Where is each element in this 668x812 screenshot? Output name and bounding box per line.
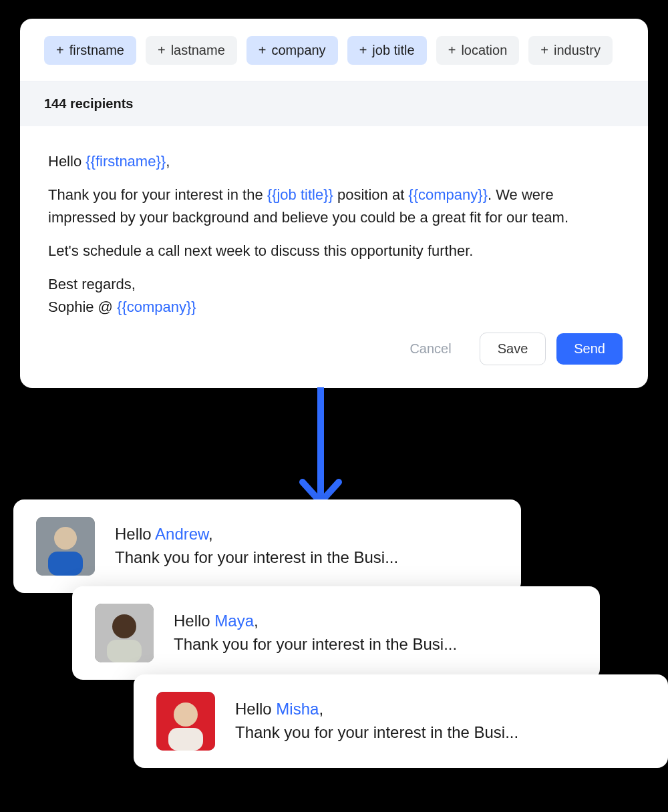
send-button[interactable]: Send (556, 333, 623, 365)
placeholder-firstname: {{firstname}} (86, 153, 166, 170)
text: Hello (235, 700, 276, 718)
preview-text: Hello Misha, Thank you for your interest… (235, 698, 518, 745)
chip-label: industry (554, 43, 601, 58)
cancel-button[interactable]: Cancel (392, 333, 468, 365)
email-template-editor: + firstname + lastname + company + job t… (20, 19, 648, 388)
chip-location[interactable]: + location (436, 36, 520, 65)
chip-job-title[interactable]: + job title (347, 36, 427, 65)
recipient-name: Misha (276, 700, 319, 718)
text: , (319, 700, 323, 718)
preview-text: Hello Maya, Thank you for your interest … (174, 610, 457, 656)
plus-icon: + (56, 43, 64, 58)
text: , (208, 525, 213, 543)
avatar (95, 604, 154, 662)
svg-rect-3 (48, 552, 83, 576)
avatar (36, 517, 95, 576)
svg-rect-6 (107, 640, 142, 662)
template-line-para1: Thank you for your interest in the {{job… (48, 184, 620, 229)
preview-card[interactable]: Hello Misha, Thank you for your interest… (134, 674, 668, 768)
chip-firstname[interactable]: + firstname (44, 36, 136, 65)
recipients-count: 144 recipients (20, 81, 648, 126)
placeholder-job-title: {{job title}} (267, 186, 333, 203)
text: , (166, 153, 170, 170)
placeholder-company: {{company}} (117, 298, 196, 315)
editor-actions: Cancel Save Send (20, 333, 648, 388)
text: position at (333, 186, 409, 203)
text: Hello (48, 153, 86, 170)
text: Hello (174, 612, 214, 630)
chip-label: job title (372, 43, 414, 58)
preview-line2: Thank you for your interest in the Busi.… (174, 635, 457, 653)
template-line-signoff: Best regards, Sophie @ {{company}} (48, 273, 620, 319)
chip-label: lastname (171, 43, 225, 58)
text: Sophie @ (48, 298, 117, 315)
chip-industry[interactable]: + industry (528, 36, 613, 65)
text: Best regards, (48, 276, 136, 292)
preview-line2: Thank you for your interest in the Busi.… (235, 723, 518, 741)
plus-icon: + (540, 43, 548, 58)
avatar (156, 692, 215, 751)
preview-line2: Thank you for your interest in the Busi.… (115, 548, 398, 566)
svg-point-2 (54, 527, 77, 550)
recipient-name: Andrew (155, 525, 208, 543)
chip-lastname[interactable]: + lastname (146, 36, 237, 65)
arrow-down-icon (297, 387, 344, 514)
svg-rect-9 (168, 728, 203, 751)
plus-icon: + (359, 43, 367, 58)
recipient-name: Maya (214, 612, 254, 630)
plus-icon: + (448, 43, 456, 58)
variable-chip-bar: + firstname + lastname + company + job t… (20, 19, 648, 81)
text: Thank you for your interest in the (48, 186, 267, 203)
text: , (254, 612, 259, 630)
template-textarea[interactable]: Hello {{firstname}}, Thank you for your … (20, 126, 648, 333)
plus-icon: + (259, 43, 267, 58)
preview-card[interactable]: Hello Andrew, Thank you for your interes… (13, 499, 521, 593)
preview-text: Hello Andrew, Thank you for your interes… (115, 523, 398, 570)
save-button[interactable]: Save (480, 333, 546, 365)
chip-company[interactable]: + company (246, 36, 338, 65)
preview-card[interactable]: Hello Maya, Thank you for your interest … (72, 586, 600, 680)
chip-label: firstname (69, 43, 124, 58)
template-line-greeting: Hello {{firstname}}, (48, 150, 620, 173)
template-line-para2: Let's schedule a call next week to discu… (48, 240, 620, 262)
chip-label: location (461, 43, 507, 58)
plus-icon: + (158, 43, 166, 58)
svg-point-8 (174, 702, 198, 727)
text: Hello (115, 525, 155, 543)
chip-label: company (271, 43, 325, 58)
placeholder-company: {{company}} (408, 186, 488, 203)
svg-point-5 (112, 614, 136, 638)
